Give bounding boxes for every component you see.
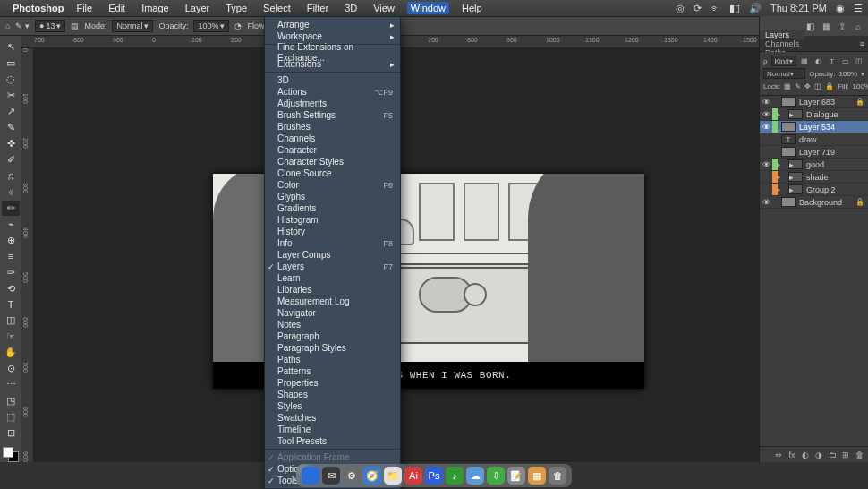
menuitem-notes[interactable]: Notes	[265, 319, 400, 330]
menuitem-paragraph-styles[interactable]: Paragraph Styles	[265, 342, 400, 354]
menuitem-tool-presets[interactable]: Tool Presets	[265, 435, 400, 447]
tool-11[interactable]: ⌁	[2, 217, 20, 232]
tool-18[interactable]: ☞	[2, 329, 20, 344]
panel-menu-icon[interactable]: ≡	[856, 39, 868, 48]
swatches-icon[interactable]: ▦	[820, 20, 832, 32]
menuitem-timeline[interactable]: Timeline	[265, 424, 400, 435]
dock-app[interactable]: 🗑	[549, 467, 566, 485]
user-icon[interactable]: ◉	[836, 3, 845, 14]
tool-14[interactable]: ✑	[2, 265, 20, 280]
dock-app[interactable]: Ps	[425, 467, 443, 485]
visibility-icon[interactable]: 👁	[760, 198, 772, 207]
tool-21[interactable]: ⋯	[2, 377, 20, 392]
menuitem-styles[interactable]: Styles	[265, 400, 400, 412]
menuitem-channels[interactable]: Channels	[265, 133, 400, 144]
color-swatch[interactable]	[3, 447, 19, 462]
tool-13[interactable]: ≡	[2, 249, 20, 264]
spotlight-icon[interactable]: ☰	[854, 3, 863, 14]
menuitem-layer-comps[interactable]: Layer Comps	[265, 249, 400, 261]
adjustment-icon[interactable]: ◑	[813, 450, 824, 459]
dock-app[interactable]: ⇩	[487, 467, 505, 485]
tool-16[interactable]: T	[2, 297, 20, 313]
filter-adjust-icon[interactable]: ◐	[813, 57, 823, 65]
menuitem-color[interactable]: ColorF6	[265, 179, 400, 191]
menuitem-extensions[interactable]: Extensions	[265, 58, 400, 70]
menu-type[interactable]: Type	[222, 2, 251, 14]
tool-22[interactable]: ◳	[2, 393, 20, 408]
menuitem-gradients[interactable]: Gradients	[265, 202, 400, 214]
mask-icon[interactable]: ◐	[800, 450, 811, 459]
menu-file[interactable]: File	[72, 2, 96, 14]
menuitem-brushes[interactable]: Brushes	[265, 121, 400, 133]
share-panel-icon[interactable]: ⇪	[836, 20, 848, 32]
layer-row[interactable]: 👁Layer 683🔒	[760, 96, 868, 108]
fx-icon[interactable]: fx	[787, 450, 797, 459]
filter-pixel-icon[interactable]: ▦	[800, 57, 810, 65]
menu-view[interactable]: View	[370, 2, 398, 14]
volume-icon[interactable]: 🔊	[749, 3, 762, 14]
layer-row[interactable]: 👁▸▸good	[760, 159, 868, 171]
menuitem-actions[interactable]: Actions⌥F9	[265, 86, 400, 98]
dock-app[interactable]	[302, 467, 319, 485]
dock-app[interactable]: 📁	[384, 467, 402, 485]
brush-preset[interactable]: ● 13 ▾	[35, 20, 65, 32]
menuitem-find-extensions-on-exchange-[interactable]: Find Extensions on Exchange...	[265, 47, 400, 58]
menuitem-clone-source[interactable]: Clone Source	[265, 167, 400, 179]
visibility-icon[interactable]: 👁	[760, 98, 772, 107]
layer-row[interactable]: Tdraw	[760, 133, 868, 146]
menuitem-workspace[interactable]: Workspace	[265, 30, 400, 42]
tool-19[interactable]: ✋	[2, 345, 20, 360]
layer-row[interactable]: 👁Background🔒	[760, 196, 868, 209]
lock-pos-icon[interactable]: ✥	[804, 82, 811, 90]
color-icon[interactable]: ◧	[804, 20, 816, 32]
tool-12[interactable]: ⊕	[2, 233, 20, 248]
search-icon[interactable]: ⌕	[852, 20, 864, 32]
menuitem-properties[interactable]: Properties	[265, 377, 400, 389]
lock-all-icon[interactable]: 🔒	[825, 82, 834, 90]
fill-value[interactable]: 100%	[853, 82, 868, 90]
menuitem-navigator[interactable]: Navigator	[265, 307, 400, 319]
tool-0[interactable]: ↖	[2, 39, 20, 55]
filter-kind-select[interactable]: Kind ▾	[771, 56, 796, 66]
ruler-vertical[interactable]: 0100200300400500600700800900	[21, 48, 34, 462]
group-icon[interactable]: 🗀	[827, 450, 838, 459]
dock-app[interactable]: ▦	[528, 467, 546, 485]
opacity-field[interactable]: 100% ▾	[193, 20, 229, 32]
filter-smart-icon[interactable]: ◫	[855, 57, 864, 65]
tab-channels[interactable]: Channels	[760, 39, 804, 48]
menuitem-patterns[interactable]: Patterns	[265, 365, 400, 377]
menuitem-info[interactable]: InfoF8	[265, 237, 400, 249]
visibility-icon[interactable]: 👁	[760, 123, 772, 132]
menuitem-paragraph[interactable]: Paragraph	[265, 330, 400, 342]
layer-opacity-value[interactable]: 100%	[839, 70, 857, 78]
pressure-opacity-icon[interactable]: ◔	[234, 21, 242, 30]
dock-app[interactable]: 📝	[507, 467, 525, 485]
menuitem-swatches[interactable]: Swatches	[265, 412, 400, 424]
dock-app[interactable]: Ai	[404, 467, 422, 485]
layer-row[interactable]: ▸▸Group 2	[760, 184, 868, 196]
tool-10[interactable]: ✏	[2, 201, 20, 216]
tab-layers[interactable]: Layers	[760, 30, 804, 39]
tool-20[interactable]: ⊙	[2, 361, 20, 376]
menu-3d[interactable]: 3D	[341, 2, 361, 14]
brush-panel-icon[interactable]: ▤	[71, 21, 79, 30]
menu-filter[interactable]: Filter	[303, 2, 332, 14]
dock-app[interactable]: 🧭	[363, 467, 381, 485]
visibility-icon[interactable]: 👁	[760, 110, 772, 119]
menuitem-3d[interactable]: 3D	[265, 74, 400, 86]
tool-24[interactable]: ⊡	[2, 425, 20, 441]
home-icon[interactable]: ⌂	[5, 21, 10, 30]
delete-layer-icon[interactable]: 🗑	[854, 450, 864, 459]
tool-4[interactable]: ↗	[2, 104, 20, 119]
tool-5[interactable]: ✎	[2, 120, 20, 135]
brush-tool-icon[interactable]: ✎ ▾	[15, 21, 30, 30]
menuitem-layers[interactable]: ✓LayersF7	[265, 261, 400, 272]
lock-trans-icon[interactable]: ▦	[784, 82, 791, 90]
layer-row[interactable]: 👁▸▸Dialogue	[760, 108, 868, 121]
menu-layer[interactable]: Layer	[182, 2, 214, 14]
menuitem-glyphs[interactable]: Glyphs	[265, 191, 400, 202]
tool-15[interactable]: ⟲	[2, 281, 20, 296]
dock-app[interactable]: ☁	[466, 467, 484, 485]
tool-23[interactable]: ⬚	[2, 409, 20, 425]
menu-image[interactable]: Image	[138, 2, 173, 14]
